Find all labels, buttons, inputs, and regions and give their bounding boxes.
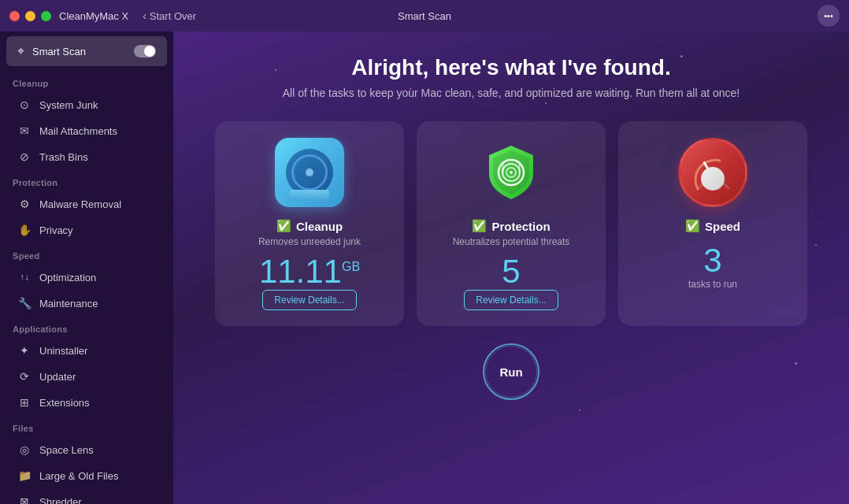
protection-value: 5 (502, 255, 520, 288)
avatar-label: ••• (824, 11, 833, 20)
start-over-label: Start Over (150, 10, 196, 22)
speed-card: ✅ Speed 3 tasks to run (618, 121, 807, 326)
cleanup-title-row: ✅ Cleanup (276, 219, 343, 233)
shredder-icon: ⊠ (17, 495, 32, 504)
cleanup-value-number: 11.11 (259, 253, 342, 290)
close-button[interactable] (9, 11, 20, 21)
cleanup-icon-wrap (274, 137, 345, 208)
sidebar-item-mail-attachments[interactable]: ✉ Mail Attachments (5, 118, 169, 143)
space-lens-label: Space Lens (39, 444, 94, 456)
protection-title: Protection (491, 220, 550, 233)
cards-row: ✅ Cleanup Removes unreeded junk 11.11GB … (189, 121, 833, 326)
disk-inner (286, 149, 333, 196)
uninstaller-icon: ✦ (17, 343, 32, 358)
extensions-icon: ⊞ (17, 395, 32, 410)
section-label-applications: Applications (0, 317, 173, 337)
protection-review-button[interactable]: Review Details... (464, 290, 558, 310)
system-junk-label: System Junk (39, 99, 98, 111)
gauge-icon (678, 138, 747, 207)
speed-title: Speed (705, 220, 740, 233)
speed-check-icon: ✅ (685, 219, 700, 233)
main-layout: ⌖ Smart Scan Cleanup ⊙ System Junk ✉ Mai… (0, 32, 849, 504)
content-area: Alright, here's what I've found. All of … (173, 32, 849, 504)
disk-base (290, 190, 329, 199)
trash-icon: ⊘ (17, 150, 32, 164)
titlebar: CleanMyMac X ‹ Start Over Smart Scan ••• (0, 0, 849, 32)
sidebar-item-optimization[interactable]: ↑↓ Optimization (5, 265, 169, 290)
privacy-label: Privacy (39, 224, 73, 236)
protection-title-row: ✅ Protection (472, 219, 550, 233)
cleanup-description: Removes unreeded junk (258, 236, 361, 247)
sidebar-item-trash-bins[interactable]: ⊘ Trash Bins (5, 144, 169, 169)
system-junk-icon: ⊙ (17, 98, 32, 112)
protection-icon-wrap (476, 137, 547, 208)
cleanup-check-icon: ✅ (276, 219, 291, 233)
sidebar-item-extensions[interactable]: ⊞ Extensions (5, 390, 169, 415)
section-label-protection: Protection (0, 170, 173, 191)
sidebar-item-privacy[interactable]: ✋ Privacy (5, 217, 169, 243)
maximize-button[interactable] (41, 11, 51, 21)
sidebar-item-shredder[interactable]: ⊠ Shredder (5, 489, 169, 504)
speed-value-sub: tasks to run (688, 279, 737, 290)
speed-icon-wrap (677, 137, 748, 208)
uninstaller-label: Uninstaller (39, 345, 87, 357)
speed-value: 3 (703, 244, 721, 277)
run-button[interactable]: Run (483, 343, 539, 400)
protection-card: ✅ Protection Neutralizes potential threa… (417, 121, 606, 326)
malware-icon: ⚙ (17, 197, 32, 211)
back-icon: ‹ (143, 9, 146, 22)
cleanup-review-button[interactable]: Review Details... (262, 290, 356, 310)
speed-title-row: ✅ Speed (685, 219, 740, 233)
sidebar-item-smart-scan[interactable]: ⌖ Smart Scan (6, 36, 167, 66)
svg-point-3 (510, 171, 513, 174)
section-label-cleanup: Cleanup (0, 71, 173, 91)
minimize-button[interactable] (25, 11, 35, 21)
section-label-files: Files (0, 416, 173, 436)
protection-value-number: 5 (502, 253, 520, 290)
app-title: CleanMyMac X (59, 10, 128, 22)
start-over-button[interactable]: ‹ Start Over (143, 9, 196, 22)
sidebar: ⌖ Smart Scan Cleanup ⊙ System Junk ✉ Mai… (0, 32, 173, 504)
maintenance-icon: 🔧 (17, 296, 32, 310)
extensions-label: Extensions (39, 397, 90, 409)
maintenance-label: Maintenance (39, 298, 98, 309)
shield-icon (476, 138, 546, 207)
avatar[interactable]: ••• (817, 5, 840, 27)
smart-scan-toggle[interactable] (134, 45, 156, 57)
trash-bins-label: Trash Bins (39, 151, 88, 163)
space-lens-icon: ◎ (17, 443, 32, 457)
mail-attachments-label: Mail Attachments (39, 125, 117, 137)
files-icon: 📁 (17, 469, 32, 483)
protection-check-icon: ✅ (472, 219, 487, 233)
cleanup-title: Cleanup (296, 220, 343, 233)
shredder-label: Shredder (39, 496, 81, 505)
optimization-icon: ↑↓ (17, 270, 32, 284)
sidebar-item-maintenance[interactable]: 🔧 Maintenance (5, 291, 169, 316)
sidebar-item-updater[interactable]: ⟳ Updater (5, 364, 169, 389)
gauge-inner (701, 167, 725, 191)
sidebar-item-uninstaller[interactable]: ✦ Uninstaller (5, 338, 169, 363)
sidebar-item-large-old-files[interactable]: 📁 Large & Old Files (5, 463, 169, 488)
disk-icon (275, 138, 344, 207)
protection-description: Neutralizes potential threats (453, 236, 570, 247)
traffic-lights (9, 11, 51, 21)
page-subtitle: All of the tasks to keep your Mac clean,… (283, 87, 740, 99)
privacy-icon: ✋ (17, 223, 32, 237)
updater-label: Updater (39, 371, 76, 383)
run-button-wrap: Run (483, 343, 539, 400)
window-title: Smart Scan (398, 10, 451, 22)
smart-scan-label: Smart Scan (32, 46, 134, 57)
malware-removal-label: Malware Removal (39, 198, 121, 210)
sidebar-item-space-lens[interactable]: ◎ Space Lens (5, 437, 169, 462)
cleanup-card: ✅ Cleanup Removes unreeded junk 11.11GB … (215, 121, 404, 326)
large-old-files-label: Large & Old Files (39, 470, 118, 482)
smart-scan-icon: ⌖ (17, 44, 24, 58)
cleanup-value-unit: GB (342, 260, 360, 273)
sidebar-item-malware-removal[interactable]: ⚙ Malware Removal (5, 191, 169, 217)
mail-icon: ✉ (17, 124, 32, 138)
section-label-speed: Speed (0, 243, 173, 264)
cleanup-value: 11.11GB (259, 255, 360, 288)
optimization-label: Optimization (39, 272, 96, 284)
updater-icon: ⟳ (17, 369, 32, 384)
sidebar-item-system-junk[interactable]: ⊙ System Junk (5, 92, 169, 117)
